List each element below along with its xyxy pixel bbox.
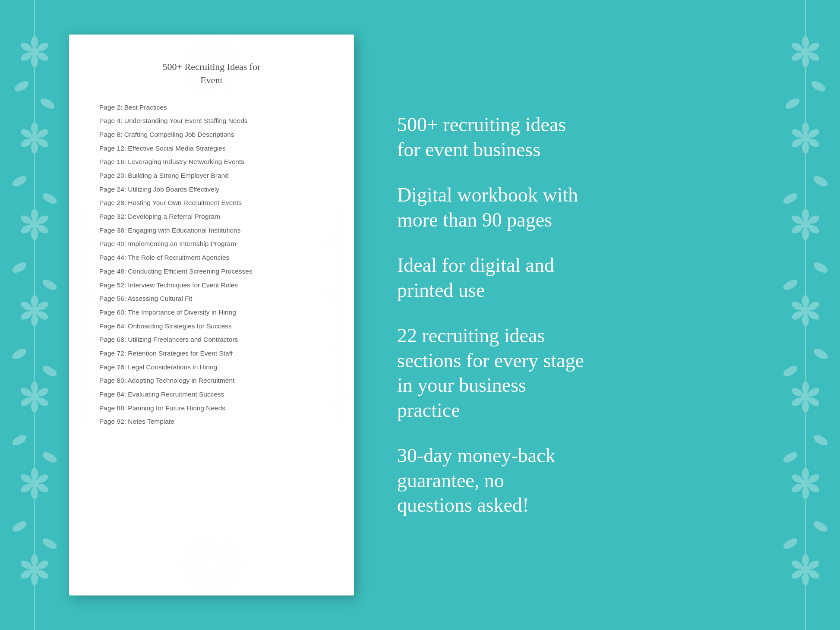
svg-point-126 xyxy=(203,56,220,73)
page-number: Page 24: xyxy=(99,186,126,193)
page-number: Page 68: xyxy=(99,336,126,343)
page-number: Page 64: xyxy=(99,322,126,330)
svg-point-125 xyxy=(196,50,227,80)
page-number: Page 80: xyxy=(99,377,126,384)
toc-item: Page 92: Notes Template xyxy=(99,417,324,426)
toc-item: Page 4: Understanding Your Event Staffin… xyxy=(99,116,324,126)
features-panel: 500+ recruiting ideas for event business… xyxy=(388,112,762,518)
toc-item: Page 80: Adopting Technology in Recruitm… xyxy=(99,376,324,385)
page-number: Page 36: xyxy=(99,227,126,234)
page-number: Page 8: xyxy=(99,131,122,138)
toc-item: Page 12: Effective Social Media Strategi… xyxy=(99,144,324,153)
svg-point-153 xyxy=(193,539,208,555)
page-number: Page 2: xyxy=(99,104,122,111)
toc-item: Page 72: Retention Strategies for Event … xyxy=(99,349,324,358)
page-number: Page 84: xyxy=(99,391,126,398)
toc-item: Page 8: Crafting Compelling Job Descript… xyxy=(99,130,324,139)
svg-point-127 xyxy=(207,39,216,51)
svg-point-141 xyxy=(203,557,220,574)
page-number: Page 12: xyxy=(99,145,126,152)
svg-point-138 xyxy=(193,39,208,55)
toc-item: Page 64: Onboarding Strategies for Succe… xyxy=(99,321,324,331)
page-number: Page 32: xyxy=(99,213,126,220)
page-number: Page 88: xyxy=(99,404,126,412)
toc-item: Page 32: Developing a Referral Program xyxy=(99,212,324,221)
toc-item: Page 88: Planning for Future Hiring Need… xyxy=(99,403,324,413)
svg-point-134 xyxy=(193,75,208,91)
table-of-contents: Page 2: Best PracticesPage 4: Understand… xyxy=(99,103,324,427)
toc-item: Page 76: Legal Considerations in Hiring xyxy=(99,362,324,372)
page-number: Page 52: xyxy=(99,281,126,289)
page-number: Page 48: xyxy=(99,268,126,275)
svg-point-132 xyxy=(215,75,230,91)
doc-top-decoration xyxy=(142,39,281,91)
feature-text-3: Ideal for digital and printed use xyxy=(397,253,762,302)
page-number: Page 72: xyxy=(99,350,126,357)
svg-point-149 xyxy=(193,575,208,591)
toc-item: Page 16: Leveraging Industry Networking … xyxy=(99,157,324,167)
page-number: Page 20: xyxy=(99,172,126,179)
page-number: Page 60: xyxy=(99,309,126,316)
feature-text-2: Digital workbook with more than 90 pages xyxy=(397,183,762,232)
toc-item: Page 60: The Importance of Diversity in … xyxy=(99,308,324,317)
page-number: Page 4: xyxy=(99,117,122,124)
feature-text-4: 22 recruiting ideas sections for every s… xyxy=(397,323,762,422)
doc-bottom-decoration xyxy=(142,539,281,591)
svg-point-148 xyxy=(207,579,216,591)
feature-text-1: 500+ recruiting ideas for event business xyxy=(397,112,762,162)
main-layout: 500+ Recruiting Ideas for Event Page 2: … xyxy=(0,0,840,630)
toc-item: Page 28: Hosting Your Own Recruitment Ev… xyxy=(99,198,324,208)
document-mockup: 500+ Recruiting Ideas for Event Page 2: … xyxy=(69,35,354,595)
svg-point-142 xyxy=(207,539,216,551)
doc-left-side-decoration xyxy=(71,207,101,423)
svg-point-147 xyxy=(215,575,230,591)
toc-item: Page 2: Best Practices xyxy=(99,103,324,112)
page-number: Page 16: xyxy=(99,158,126,165)
page-number: Page 28: xyxy=(99,199,126,206)
toc-item: Page 20: Building a Strong Employer Bran… xyxy=(99,171,324,180)
doc-right-side-decoration xyxy=(322,207,352,423)
page-number: Page 92: xyxy=(99,418,126,425)
svg-point-143 xyxy=(215,539,230,555)
svg-point-133 xyxy=(207,79,216,91)
page-number: Page 40: xyxy=(99,240,126,247)
page-number: Page 56: xyxy=(99,295,126,302)
feature-text-5: 30-day money-back guarantee, no question… xyxy=(397,443,762,518)
toc-item: Page 24: Utilizing Job Boards Effectivel… xyxy=(99,185,324,194)
toc-item: Page 56: Assessing Cultural Fit xyxy=(99,294,324,303)
page-number: Page 76: xyxy=(99,363,126,371)
toc-item: Page 84: Evaluating Recruitment Success xyxy=(99,390,324,399)
page-number: Page 44: xyxy=(99,254,126,261)
toc-item: Page 44: The Role of Recruitment Agencie… xyxy=(99,253,324,262)
svg-point-140 xyxy=(196,550,227,580)
svg-point-128 xyxy=(215,39,230,55)
toc-item: Page 52: Interview Techniques for Event … xyxy=(99,280,324,290)
toc-item: Page 48: Conducting Efficient Screening … xyxy=(99,267,324,276)
toc-item: Page 68: Utilizing Freelancers and Contr… xyxy=(99,335,324,344)
toc-item: Page 36: Engaging with Educational Insti… xyxy=(99,226,324,235)
toc-item: Page 40: Implementing an Internship Prog… xyxy=(99,239,324,249)
